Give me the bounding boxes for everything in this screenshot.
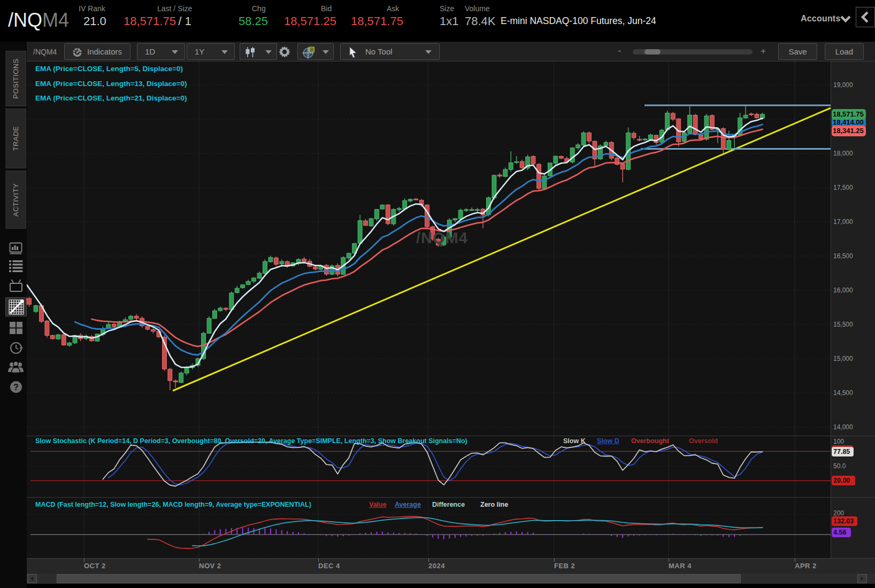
svg-text:?: ?: [13, 383, 19, 392]
